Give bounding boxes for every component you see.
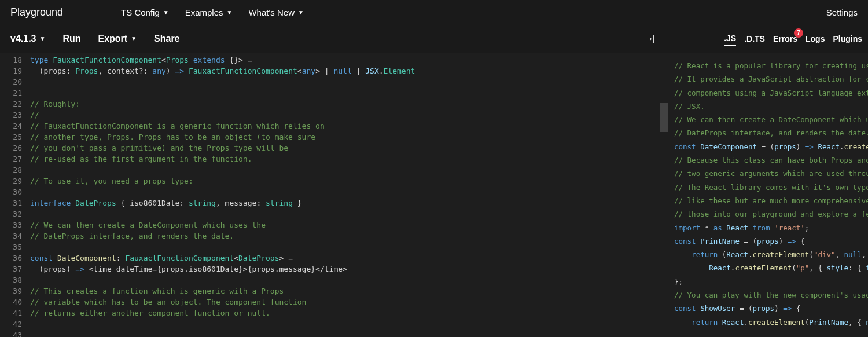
left-pane: v4.1.3 ▼ Run Export ▼ Share →| 181920212… <box>0 24 668 337</box>
tab-dts[interactable]: .D.TS <box>744 32 765 46</box>
arrow-right-icon[interactable]: →| <box>645 34 654 44</box>
output-line: // It provides a JavaScript abstraction … <box>674 72 868 86</box>
run-label: Run <box>62 34 80 44</box>
code-line[interactable] <box>30 186 668 197</box>
output-line: // We can then create a DateComponent wh… <box>674 113 868 126</box>
output-line: // like these but are much more comprehe… <box>674 194 868 207</box>
code-line[interactable]: const DateComponent: FauxactFunctionComp… <box>30 252 668 263</box>
output-line: // React is a popular library for creati… <box>674 59 868 72</box>
editor-toolbar: v4.1.3 ▼ Run Export ▼ Share →| <box>0 24 668 53</box>
code-line[interactable]: // FauxactFunctionComponent is a generic… <box>30 120 668 131</box>
nav-examples-label: Examples <box>185 8 223 17</box>
code-line[interactable] <box>30 87 668 98</box>
output-line: // two generic arguments which are used … <box>674 167 868 180</box>
code-line[interactable]: // Roughly: <box>30 98 668 109</box>
code-line[interactable]: interface DateProps { iso8601Date: strin… <box>30 197 668 208</box>
output-line: import * as React from 'react'; <box>674 221 868 235</box>
code-line[interactable]: // <box>30 109 668 120</box>
top-nav: Playground TS Config ▼ Examples ▼ What's… <box>0 0 868 24</box>
code-line[interactable]: // To use it, you need a props type: <box>30 175 668 186</box>
scrollbar-thumb[interactable] <box>660 103 668 132</box>
code-line[interactable] <box>30 208 668 219</box>
nav-whatsnew-label: What's New <box>248 8 295 17</box>
output-line: const DateComponent = (props) => React.c… <box>674 140 868 153</box>
chevron-down-icon: ▼ <box>131 35 137 42</box>
code-line[interactable] <box>30 76 668 87</box>
output-line: React.createElement("p", { style: { fon <box>674 261 868 274</box>
code-line[interactable]: type FauxactFunctionComponent<Props exte… <box>30 54 668 65</box>
version-label: v4.1.3 <box>10 34 36 44</box>
chevron-down-icon: ▼ <box>163 9 169 16</box>
output-line: }; <box>674 275 868 288</box>
line-number-gutter: 1819202122232425262728293031323334353637… <box>0 54 30 337</box>
code-line[interactable]: // We can then create a DateComponent wh… <box>30 219 668 230</box>
brand-title: Playground <box>10 6 63 19</box>
code-line[interactable] <box>30 329 668 337</box>
nav-whatsnew[interactable]: What's New ▼ <box>248 8 303 17</box>
code-area[interactable]: type FauxactFunctionComponent<Props exte… <box>30 54 668 337</box>
js-output[interactable]: // React is a popular library for creati… <box>668 53 868 337</box>
output-line: return React.createElement(PrintName, { … <box>674 316 868 329</box>
code-line[interactable]: // another type, Props. Props has to be … <box>30 131 668 142</box>
code-line[interactable] <box>30 274 668 285</box>
nav-examples[interactable]: Examples ▼ <box>185 8 233 17</box>
content-split: v4.1.3 ▼ Run Export ▼ Share →| 181920212… <box>0 24 868 337</box>
code-line[interactable]: // re-used as the first argument in the … <box>30 153 668 164</box>
output-line: // those into our playground and explore… <box>674 207 868 221</box>
code-line[interactable]: // returns either another component func… <box>30 307 668 318</box>
output-tabs: .JS .D.TS Errors 7 Logs Plugins <box>668 24 868 53</box>
tab-logs-label: Logs <box>806 34 825 43</box>
code-line[interactable] <box>30 241 668 252</box>
code-line[interactable] <box>30 318 668 329</box>
output-line: // DateProps interface, and renders the … <box>674 126 868 140</box>
nav-tsconfig-label: TS Config <box>121 8 160 17</box>
output-line: // JSX. <box>674 100 868 113</box>
output-line: const ShowUser = (props) => { <box>674 302 868 315</box>
chevron-down-icon: ▼ <box>39 35 45 42</box>
share-button[interactable]: Share <box>154 34 179 44</box>
nav-tsconfig[interactable]: TS Config ▼ <box>121 8 169 17</box>
code-line[interactable]: (props: Props, context?: any) => Fauxact… <box>30 65 668 76</box>
chevron-down-icon: ▼ <box>298 9 304 16</box>
code-editor[interactable]: 1819202122232425262728293031323334353637… <box>0 53 668 337</box>
code-line[interactable]: (props) => <time dateTime={props.iso8601… <box>30 263 668 274</box>
tab-js[interactable]: .JS <box>724 31 736 46</box>
errors-badge: 7 <box>794 28 803 38</box>
nav-settings[interactable]: Settings <box>826 8 858 17</box>
tab-errors-label: Errors <box>773 34 797 43</box>
output-line: // Because this class can have both Prop… <box>674 153 868 167</box>
output-line: const PrintName = (props) => { <box>674 235 868 248</box>
code-line[interactable]: // variable which has to be an object. T… <box>30 296 668 307</box>
tab-logs[interactable]: Logs <box>806 32 825 46</box>
code-line[interactable]: // DateProps interface, and renders the … <box>30 230 668 241</box>
tab-dts-label: .D.TS <box>744 34 765 43</box>
code-line[interactable] <box>30 164 668 175</box>
code-line[interactable]: // you don't pass a primitive) and the P… <box>30 142 668 153</box>
tab-plugins-label: Plugins <box>833 34 862 43</box>
output-line: // The React library comes with it's own… <box>674 181 868 194</box>
chevron-down-icon: ▼ <box>227 9 233 16</box>
tab-js-label: .JS <box>724 34 736 43</box>
version-selector[interactable]: v4.1.3 ▼ <box>10 34 45 44</box>
share-label: Share <box>154 34 179 44</box>
tab-plugins[interactable]: Plugins <box>833 32 862 46</box>
code-line[interactable]: // This creates a function which is gene… <box>30 285 668 296</box>
export-label: Export <box>98 34 128 44</box>
output-line: return (React.createElement("div", null, <box>674 248 868 261</box>
output-line: // components using a JavaScript languag… <box>674 86 868 100</box>
right-pane: .JS .D.TS Errors 7 Logs Plugins // React… <box>668 24 868 337</box>
editor-scrollbar[interactable] <box>660 53 668 337</box>
run-button[interactable]: Run <box>62 34 80 44</box>
output-line: // You can play with the new component's… <box>674 288 868 302</box>
export-button[interactable]: Export ▼ <box>98 34 137 44</box>
tab-errors[interactable]: Errors 7 <box>773 32 797 46</box>
